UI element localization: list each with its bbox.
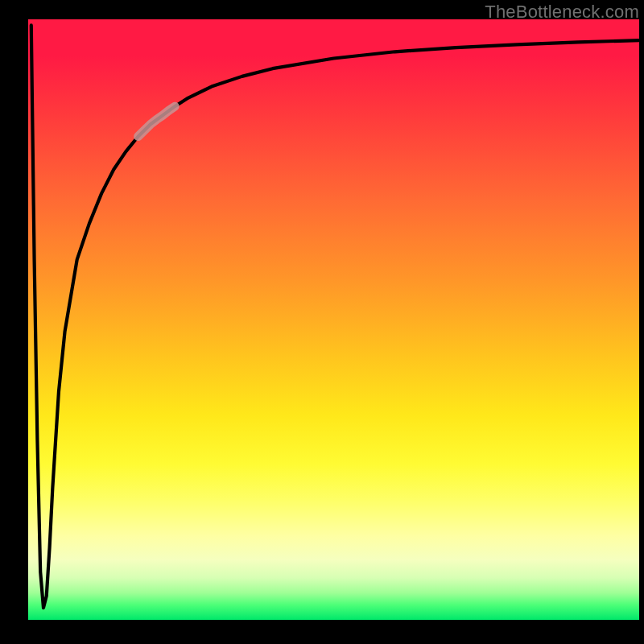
chart-frame: TheBottleneck.com [0,0,644,644]
plot-area [28,19,639,620]
bottleneck-curve [31,25,639,608]
highlight-segment [138,106,175,136]
curve-layer [28,19,639,620]
